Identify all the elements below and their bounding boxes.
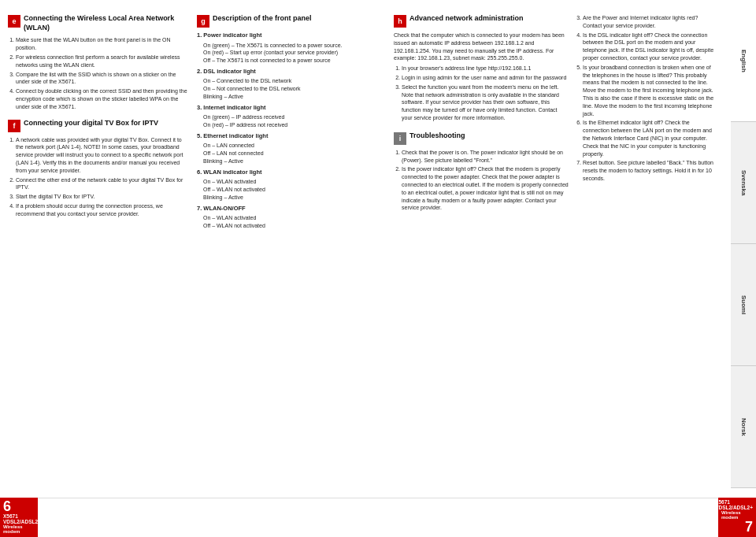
right-model: X5671 VDSL2/ADSL2+ (715, 499, 753, 510)
section-g-header: g Description of the front panel (197, 14, 386, 28)
g-sub2-line3: Blinking – Active (203, 93, 386, 101)
g-sub6-line2: Off – WLAN not activated (203, 222, 386, 230)
section-f-item-2: Connect the other end of the network cab… (16, 176, 189, 192)
lang-tab-svenska[interactable]: Svenska (731, 122, 756, 244)
left-type: Wireless modem (3, 524, 35, 534)
g-sub5-line1: On – WLAN activated (203, 178, 386, 186)
section-f-body: A network cable was provided with your d… (8, 136, 189, 218)
section-h-item-1: In your browser's address line type http… (402, 65, 569, 72)
g-sub4-line3: Blinking – Active (203, 157, 386, 165)
section-i-item-1: Check that the power is on. The power in… (402, 149, 569, 165)
bottom-bar: 6 X5671 VDSL2/ADSL2+ Wireless modem X567… (0, 498, 756, 537)
g-sub5-title: 6. WLAN indicator light (197, 169, 386, 177)
right-item-6: Is the Ethernet indicator light off? Che… (583, 119, 717, 157)
right-item-4: Is the DSL indicator light off? Check th… (583, 31, 717, 62)
section-h-item-2: Login in using admin for the user name a… (402, 74, 569, 82)
section-f-item-1: A network cable was provided with your d… (16, 136, 189, 175)
letter-i: i (394, 132, 406, 145)
left-model: X5671 VDSL2/ADSL2+ (3, 513, 41, 524)
right-col-body: Are the Power and Internet indicator lig… (575, 14, 717, 183)
letter-g: g (197, 15, 209, 28)
g-sub3-title: 3. Internet indicator light (197, 104, 386, 113)
section-h-header: h Advanced network administration (394, 14, 569, 28)
g-sub6-line1: On – WLAN activated (203, 214, 386, 222)
g-sub3-line2: On (red) – IP address not received (203, 121, 386, 129)
g-sub1-title: 1. Power indicator light (197, 31, 386, 40)
g-sub2-title: 2. DSL indicator light (197, 68, 386, 76)
section-h-intro: Check that the computer which is connect… (394, 31, 569, 62)
lang-tab-english[interactable]: English (731, 0, 756, 122)
section-e-header: e Connecting the Wireless Local Area Net… (8, 14, 189, 32)
section-i-body: Check that the power is on. The power in… (394, 149, 569, 212)
section-e-item-3: Compare the list with the SSID which is … (16, 71, 189, 87)
g-sub6-title: 7. WLAN-ON/OFF (197, 205, 386, 213)
section-h-item-3: Select the function you want from the mo… (402, 83, 569, 122)
g-sub2-line2: On – Not connected to the DSL network (203, 85, 386, 93)
left-page-num: 6 (3, 499, 11, 513)
section-e-body: Make sure that the WLAN button on the fr… (8, 36, 189, 110)
main-content: e Connecting the Wireless Local Area Net… (0, 0, 731, 498)
col-right: Are the Power and Internet indicator lig… (575, 14, 717, 490)
col-g: g Description of the front panel 1. Powe… (197, 14, 394, 490)
section-e-item-2: For wireless connection first perform a … (16, 54, 189, 69)
section-h-body: Check that the computer which is connect… (394, 31, 569, 122)
section-g-title: Description of the front panel (213, 14, 312, 24)
right-item-5: Is your broadband connection is broken w… (583, 64, 717, 118)
page-number-left: 6 X5671 VDSL2/ADSL2+ Wireless modem (0, 498, 38, 537)
section-f-header: f Connecting your digital TV Box for IPT… (8, 119, 189, 132)
letter-h: h (394, 15, 406, 28)
g-sub3-line1: On (green) – IP address received (203, 113, 386, 121)
letter-f: f (8, 120, 20, 132)
section-e-title: Connecting the Wireless Local Area Netwo… (24, 14, 189, 32)
section-i-header: i Troubleshooting (394, 131, 569, 145)
section-f-item-4: If a problem should occur during the con… (16, 202, 189, 218)
section-f-title: Connecting your digital TV Box for IPTV (24, 119, 158, 128)
page-number-right: X5671 VDSL2/ADSL2+ Wireless modem 7 (718, 498, 756, 537)
g-sub4-line2: Off – LAN not connected (203, 150, 386, 157)
letter-e: e (8, 15, 20, 28)
g-sub4-line1: On – LAN connected (203, 142, 386, 150)
lang-tab-suomi[interactable]: Suomi (731, 244, 756, 366)
section-i-item-2: Is the power indicator light off? Check … (402, 165, 569, 212)
lang-tab-norsk[interactable]: Norsk (731, 366, 756, 488)
page-container: English Svenska Suomi Norsk e Connecting… (0, 0, 756, 537)
g-sub5-line2: Off – WLAN not activated (203, 186, 386, 194)
right-item-3: Are the Power and Internet indicator lig… (583, 14, 717, 30)
g-sub1-line1: On (green) – The X5671 is connected to a… (203, 42, 386, 50)
g-sub4-title: 5. Ethernet indicator light (197, 132, 386, 141)
g-sub2-line1: On – Connected to the DSL network (203, 77, 386, 85)
section-e-item-4: Connect by double clicking on the correc… (16, 87, 189, 110)
g-sub1-line3: Off – The X5671 is not connected to a po… (203, 57, 386, 65)
section-i-title: Troubleshooting (410, 131, 465, 141)
col-ef: e Connecting the Wireless Local Area Net… (8, 14, 197, 490)
section-f-item-3: Start the digital TV Box for IPTV. (16, 193, 189, 201)
section-e-item-1: Make sure that the WLAN button on the fr… (16, 36, 189, 52)
g-sub5-line3: Blinking – Active (203, 194, 386, 202)
right-page-num: 7 (745, 520, 753, 534)
col-hi: h Advanced network administration Check … (394, 14, 575, 490)
g-sub1-line2: On (red) – Start up error (contact your … (203, 49, 386, 57)
section-h-title: Advanced network administration (410, 14, 524, 24)
section-g-body: 1. Power indicator light On (green) – Th… (197, 31, 386, 230)
language-tabs: English Svenska Suomi Norsk (731, 0, 756, 488)
right-item-7: Reset button. See picture labelled "Back… (583, 159, 717, 182)
